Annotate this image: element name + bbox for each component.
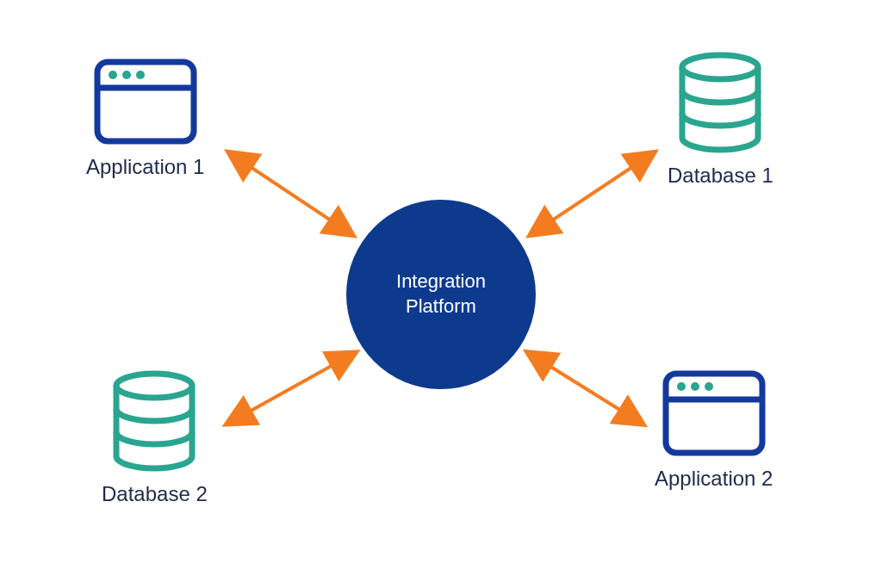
node-label-db1: Database 1 xyxy=(668,164,773,188)
node-label-app2: Application 2 xyxy=(655,467,773,491)
svg-point-10 xyxy=(691,382,699,391)
node-label-app1: Application 1 xyxy=(86,155,204,179)
hub-integration-platform: Integration Platform xyxy=(346,200,536,389)
svg-point-2 xyxy=(109,71,117,79)
svg-point-6 xyxy=(116,374,192,398)
application-window-icon xyxy=(94,59,197,145)
svg-point-9 xyxy=(677,382,686,391)
arrow-br xyxy=(531,355,639,422)
integration-diagram: Integration Platform Application 1 Datab… xyxy=(0,0,882,588)
node-database-1: Database 1 xyxy=(668,52,773,188)
svg-point-11 xyxy=(705,382,713,391)
arrow-bl xyxy=(231,355,351,422)
application-window-icon xyxy=(662,370,766,456)
node-application-1: Application 1 xyxy=(86,59,204,179)
svg-point-5 xyxy=(682,55,758,79)
hub-label-line2: Platform xyxy=(406,295,476,317)
svg-point-4 xyxy=(136,71,145,79)
hub-label: Integration Platform xyxy=(396,269,486,319)
arrow-tr xyxy=(534,155,650,232)
arrow-tl xyxy=(233,155,349,232)
node-database-2: Database 2 xyxy=(102,370,208,506)
node-application-2: Application 2 xyxy=(655,370,773,491)
database-icon xyxy=(677,52,763,153)
hub-label-line1: Integration xyxy=(396,270,486,292)
svg-point-3 xyxy=(122,71,131,79)
node-label-db2: Database 2 xyxy=(102,482,208,506)
database-icon xyxy=(111,370,197,472)
